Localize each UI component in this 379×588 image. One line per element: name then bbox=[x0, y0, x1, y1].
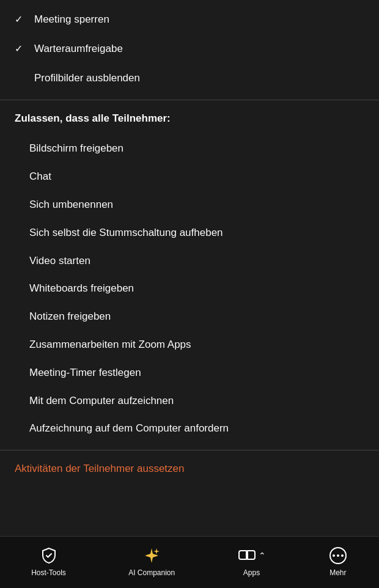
sub-item-label: Meeting-Timer festlegen bbox=[29, 366, 141, 380]
sub-item-label: Bildschirm freigeben bbox=[29, 141, 123, 156]
svg-point-3 bbox=[333, 554, 335, 557]
sub-items-section: Bildschirm freigeben Chat Sich umbenenne… bbox=[0, 130, 379, 447]
toolbar-item-apps[interactable]: ⌃ Apps bbox=[228, 543, 276, 579]
sub-item-label: Whiteboards freigeben bbox=[29, 281, 134, 296]
sub-item-video[interactable]: Video starten bbox=[0, 247, 379, 275]
menu-item-label: Profilbilder ausblenden bbox=[34, 71, 140, 86]
sub-item-aufzeichnung-anfordern[interactable]: Aufzeichnung auf dem Computer anfordern bbox=[0, 414, 379, 443]
checkmark-icon: ✓ bbox=[15, 13, 27, 26]
toolbar-item-ai-companion[interactable]: AI Companion bbox=[119, 543, 185, 579]
menu-item-meeting-sperren[interactable]: ✓ Meeting sperren bbox=[0, 5, 379, 34]
more-icon bbox=[328, 545, 348, 566]
sub-item-label: Mit dem Computer aufzeichnen bbox=[29, 394, 174, 408]
sub-item-aufzeichnen[interactable]: Mit dem Computer aufzeichnen bbox=[0, 387, 379, 415]
sub-item-bildschirm[interactable]: Bildschirm freigeben bbox=[0, 134, 379, 163]
ai-companion-icon bbox=[142, 545, 161, 566]
bottom-toolbar: Host-Tools AI Companion ⌃ Apps bbox=[0, 536, 379, 588]
sub-item-label: Sich selbst die Stummschaltung aufheben bbox=[29, 226, 223, 240]
sub-item-umbenennen[interactable]: Sich umbenennen bbox=[0, 191, 379, 219]
sub-item-label: Sich umbenennen bbox=[29, 197, 113, 212]
menu-item-warteraumfreigabe[interactable]: ✓ Warteraumfreigabe bbox=[0, 34, 379, 64]
sub-item-chat[interactable]: Chat bbox=[0, 163, 379, 191]
toolbar-item-mehr[interactable]: Mehr bbox=[318, 543, 358, 579]
divider-1 bbox=[0, 100, 379, 100]
toolbar-label-host-tools: Host-Tools bbox=[31, 568, 66, 577]
sub-item-meeting-timer[interactable]: Meeting-Timer festlegen bbox=[0, 359, 379, 387]
toolbar-item-host-tools[interactable]: Host-Tools bbox=[21, 543, 76, 579]
sub-item-label: Video starten bbox=[29, 254, 90, 268]
toolbar-label-apps: Apps bbox=[243, 568, 260, 577]
spacer bbox=[0, 485, 379, 536]
divider-2 bbox=[0, 450, 379, 450]
svg-point-5 bbox=[341, 554, 344, 557]
apps-icon: ⌃ bbox=[238, 545, 266, 566]
menu-item-label: Meeting sperren bbox=[34, 12, 109, 27]
sub-item-label: Zusammenarbeiten mit Zoom Apps bbox=[29, 337, 191, 352]
sub-item-label: Chat bbox=[29, 169, 51, 184]
sub-item-stummschaltung[interactable]: Sich selbst die Stummschaltung aufheben bbox=[0, 219, 379, 247]
suspend-activities-button[interactable]: Aktivitäten der Teilnehmer aussetzen bbox=[0, 453, 379, 485]
checkmark-icon: ✓ bbox=[15, 42, 27, 56]
sub-item-whiteboards[interactable]: Whiteboards freigeben bbox=[0, 274, 379, 303]
shield-icon bbox=[40, 545, 58, 566]
sub-item-notizen[interactable]: Notizen freigeben bbox=[0, 303, 379, 331]
svg-point-4 bbox=[337, 554, 339, 557]
toolbar-label-mehr: Mehr bbox=[329, 568, 346, 577]
section-header-allow: Zulassen, dass alle Teilnehmer: bbox=[0, 103, 379, 130]
toolbar-label-ai-companion: AI Companion bbox=[128, 568, 175, 577]
sub-item-label: Aufzeichnung auf dem Computer anfordern bbox=[29, 421, 229, 436]
menu-item-profilbilder[interactable]: Profilbilder ausblenden bbox=[0, 64, 379, 93]
menu-item-label: Warteraumfreigabe bbox=[34, 42, 123, 56]
sub-item-zoom-apps[interactable]: Zusammenarbeiten mit Zoom Apps bbox=[0, 331, 379, 359]
checked-items-section: ✓ Meeting sperren ✓ Warteraumfreigabe Pr… bbox=[0, 0, 379, 97]
sub-item-label: Notizen freigeben bbox=[29, 309, 111, 324]
